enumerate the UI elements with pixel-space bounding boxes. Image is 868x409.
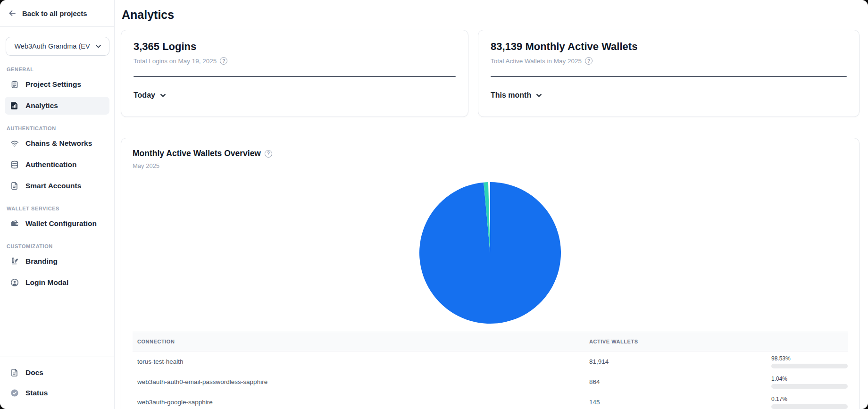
cell-connection: web3auth-google-sapphire (133, 399, 584, 406)
database-icon (10, 160, 19, 169)
app-window: Back to all projects Web3Auth Grandma (E… (0, 0, 868, 409)
back-to-projects-button[interactable]: Back to all projects (0, 0, 114, 27)
table-row-web3auth-auth0-email-passwordless-sapphire: web3auth-auth0-email-passwordless-sapphi… (133, 372, 848, 392)
active-wallets-range-label: This month (491, 91, 531, 100)
table-row-torus-test-health: torus-test-health81,91498.53% (133, 351, 848, 372)
share-bar-track (771, 364, 848, 368)
column-header-connection: CONNECTION (133, 339, 584, 344)
chevron-down-icon (536, 94, 542, 97)
cell-active-wallets: 145 (584, 399, 767, 406)
sidebar-item-chains-networks[interactable]: Chains & Networks (5, 134, 109, 152)
arrow-left-icon (8, 9, 17, 17)
help-icon[interactable]: ? (220, 57, 227, 65)
sidebar-item-label: Analytics (25, 101, 58, 110)
stat-divider (491, 76, 847, 77)
help-icon[interactable]: ? (585, 57, 593, 65)
sidebar-item-label: Chains & Networks (25, 139, 92, 148)
cell-share: 1.04% (767, 376, 848, 389)
sidebar-item-label: Branding (25, 257, 58, 266)
file-icon (10, 368, 19, 377)
share-percent-label: 1.04% (771, 376, 848, 382)
sidebar-item-wallet-configuration[interactable]: Wallet Configuration (5, 215, 109, 233)
sidebar-item-analytics[interactable]: Analytics (5, 97, 109, 115)
sidebar: Back to all projects Web3Auth Grandma (E… (0, 0, 115, 409)
active-wallets-stat-card: 83,139 Monthly Active Wallets Total Acti… (478, 30, 860, 117)
chevron-down-icon (96, 45, 101, 48)
user-circle-icon (10, 278, 19, 287)
share-bar-track (771, 404, 848, 409)
file-icon (10, 182, 19, 190)
wifi-icon (10, 139, 19, 148)
sidebar-item-branding[interactable]: Branding (5, 252, 109, 270)
sidebar-item-label: Authentication (25, 160, 77, 169)
brush-icon (10, 257, 19, 266)
project-selector-dropdown[interactable]: Web3Auth Grandma (EV (6, 37, 109, 56)
cell-share: 98.53% (767, 355, 848, 368)
active-wallets-stat-title: 83,139 Monthly Active Wallets (491, 41, 847, 53)
logins-stat-subtitle: Total Logins on May 19, 2025 ? (134, 57, 456, 65)
active-wallets-stat-subtitle-text: Total Active Wallets in May 2025 (491, 58, 582, 65)
sidebar-item-label: Project Settings (25, 80, 81, 89)
logins-stat-title: 3,365 Logins (134, 41, 456, 53)
sidebar-item-smart-accounts[interactable]: Smart Accounts (5, 177, 109, 195)
sidebar-item-label: Smart Accounts (25, 182, 81, 190)
sidebar-section-label-general: GENERAL (7, 67, 108, 72)
bar-chart-icon (10, 101, 19, 110)
logins-range-dropdown[interactable]: Today (134, 91, 166, 100)
share-bar-track (771, 384, 848, 389)
stats-row: 3,365 Logins Total Logins on May 19, 202… (121, 30, 860, 117)
logins-stat-subtitle-text: Total Logins on May 19, 2025 (134, 58, 217, 65)
sidebar-nav: GENERALProject SettingsAnalyticsAUTHENTI… (0, 56, 114, 357)
page-title: Analytics (122, 8, 860, 22)
wallet-icon (10, 219, 19, 228)
help-icon[interactable]: ? (265, 150, 272, 158)
project-selector-label: Web3Auth Grandma (EV (14, 42, 90, 50)
sidebar-item-label: Wallet Configuration (25, 219, 97, 228)
sidebar-section-label-authentication: AUTHENTICATION (7, 125, 108, 131)
connections-table: CONNECTION ACTIVE WALLETS torus-test-hea… (133, 332, 848, 409)
sidebar-section-label-wallet-services: WALLET SERVICES (7, 206, 108, 211)
cell-connection: torus-test-health (133, 358, 584, 365)
pie-chart[interactable] (419, 182, 561, 324)
table-row-web3auth-google-sapphire: web3auth-google-sapphire1450.17% (133, 392, 848, 409)
sidebar-footer: DocsStatus (0, 357, 114, 409)
table-body: torus-test-health81,91498.53%web3auth-au… (133, 351, 848, 409)
pie-slice-torus-test-health[interactable] (419, 182, 561, 324)
sidebar-item-status[interactable]: Status (5, 384, 109, 402)
overview-title: Monthly Active Wallets Overview (133, 149, 261, 159)
sidebar-item-label: Login Modal (25, 278, 68, 287)
overview-title-row: Monthly Active Wallets Overview ? (133, 149, 848, 159)
active-wallets-stat-subtitle: Total Active Wallets in May 2025 ? (491, 57, 847, 65)
sidebar-item-login-modal[interactable]: Login Modal (5, 274, 109, 292)
stat-divider (134, 76, 456, 77)
chevron-down-icon (160, 94, 166, 97)
sidebar-section-label-customization: CUSTOMIZATION (7, 243, 108, 249)
sidebar-item-label: Docs (25, 368, 43, 377)
column-header-active-wallets: ACTIVE WALLETS (584, 339, 767, 344)
sidebar-item-project-settings[interactable]: Project Settings (5, 75, 109, 93)
monthly-active-wallets-overview-card: Monthly Active Wallets Overview ? May 20… (121, 138, 860, 409)
table-header-row: CONNECTION ACTIVE WALLETS (133, 332, 848, 351)
back-to-projects-label: Back to all projects (22, 9, 87, 17)
cell-connection: web3auth-auth0-email-passwordless-sapphi… (133, 378, 584, 385)
logins-stat-card: 3,365 Logins Total Logins on May 19, 202… (121, 30, 468, 117)
pie-chart-wrap (133, 182, 848, 324)
clipboard-icon (10, 80, 19, 89)
cell-active-wallets: 864 (584, 378, 767, 385)
share-percent-label: 98.53% (771, 355, 848, 362)
sidebar-item-authentication[interactable]: Authentication (5, 156, 109, 174)
sidebar-item-docs[interactable]: Docs (5, 364, 109, 382)
share-percent-label: 0.17% (771, 396, 848, 402)
main-content: Analytics 3,365 Logins Total Logins on M… (115, 0, 868, 409)
cell-active-wallets: 81,914 (584, 358, 767, 365)
overview-subtitle: May 2025 (133, 162, 848, 169)
active-wallets-range-dropdown[interactable]: This month (491, 91, 542, 100)
check-circle-icon (10, 389, 19, 397)
cell-share: 0.17% (767, 396, 848, 409)
logins-range-label: Today (134, 91, 155, 100)
sidebar-item-label: Status (25, 389, 48, 397)
